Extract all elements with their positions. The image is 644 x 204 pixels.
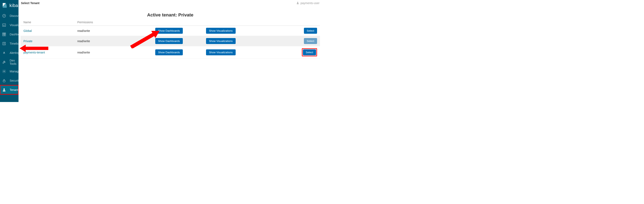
user-icon <box>296 2 299 5</box>
lock-icon <box>2 78 6 83</box>
tenant-permissions: read/write <box>77 29 90 32</box>
tenant-permissions: read/write <box>77 51 90 54</box>
svg-rect-6 <box>3 33 4 34</box>
svg-rect-8 <box>3 34 4 36</box>
sidebar-item-dashboard[interactable]: Dashboard <box>0 30 18 39</box>
topbar-user[interactable]: payments-user <box>296 2 320 5</box>
svg-rect-7 <box>4 33 6 34</box>
sidebar-item-label: Alerting <box>10 51 19 54</box>
table-row: Private read/write Show Dashboards Show … <box>20 36 320 46</box>
svg-point-15 <box>297 2 298 3</box>
show-visualizations-button[interactable]: Show Visualizations <box>206 38 236 44</box>
sidebar-item-label: Tenants <box>10 88 20 92</box>
svg-rect-9 <box>4 34 6 36</box>
col-header-name: Name <box>20 19 74 26</box>
tenant-name-link[interactable]: Global <box>24 29 32 32</box>
show-visualizations-button[interactable]: Show Visualizations <box>206 49 236 55</box>
show-dashboards-button[interactable]: Show Dashboards <box>155 49 183 55</box>
svg-text:A: A <box>3 52 5 54</box>
select-button[interactable]: Select <box>304 28 317 34</box>
dashboard-icon <box>2 32 6 36</box>
table-row: Global read/write Show Dashboards Show V… <box>20 26 320 36</box>
show-dashboards-button[interactable]: Show Dashboards <box>155 38 183 44</box>
svg-marker-1 <box>4 15 5 16</box>
sidebar-item-alerting[interactable]: A Alerting <box>0 48 18 58</box>
sidebar-item-timelion[interactable]: Timelion <box>0 39 18 48</box>
timelion-icon <box>2 42 6 46</box>
kibana-logo-icon <box>2 3 8 9</box>
sidebar-item-dev-tools[interactable]: Dev Tools <box>0 58 18 67</box>
topbar: Select Tenant payments-user <box>18 0 322 6</box>
sidebar: kibana Discover Visualize Dashboard Time… <box>0 0 18 102</box>
sidebar-nav: Discover Visualize Dashboard Timelion A … <box>0 11 18 94</box>
compass-icon <box>2 14 6 18</box>
select-button[interactable]: Select <box>303 49 316 55</box>
sidebar-item-visualize[interactable]: Visualize <box>0 20 18 30</box>
select-button: Select <box>304 38 317 44</box>
svg-point-10 <box>4 43 4 44</box>
sidebar-item-tenants[interactable]: Tenants <box>0 85 18 94</box>
content: Active tenant: Private Name Permissions … <box>18 6 322 61</box>
show-dashboards-button[interactable]: Show Dashboards <box>155 28 183 34</box>
tenant-table: Name Permissions Global read/write Show … <box>20 19 320 58</box>
sidebar-item-security[interactable]: Security <box>0 76 18 85</box>
tenant-name-link[interactable]: payments-tenant <box>24 51 45 54</box>
barchart-icon <box>2 23 6 27</box>
letter-a-icon: A <box>2 51 6 55</box>
svg-point-14 <box>4 88 5 90</box>
wrench-icon <box>2 60 6 64</box>
show-visualizations-button[interactable]: Show Visualizations <box>206 28 236 34</box>
svg-point-12 <box>4 71 5 72</box>
active-tenant-heading: Active tenant: Private <box>20 12 320 18</box>
sidebar-item-label: Dev Tools <box>10 59 18 66</box>
main: Select Tenant payments-user Active tenan… <box>18 0 322 102</box>
page-title: Select Tenant <box>21 2 40 5</box>
gear-icon <box>2 69 6 74</box>
tenant-permissions: read/write <box>77 40 90 43</box>
col-header-permissions: Permissions <box>74 19 152 26</box>
svg-rect-13 <box>3 80 5 82</box>
sidebar-item-discover[interactable]: Discover <box>0 11 18 20</box>
tenant-name-link[interactable]: Private <box>24 40 32 43</box>
user-name: payments-user <box>300 2 320 5</box>
brand-row: kibana <box>0 0 18 11</box>
sidebar-item-management[interactable]: Management <box>0 67 18 76</box>
table-row: payments-tenant read/write Show Dashboar… <box>20 46 320 58</box>
user-icon <box>2 88 6 92</box>
